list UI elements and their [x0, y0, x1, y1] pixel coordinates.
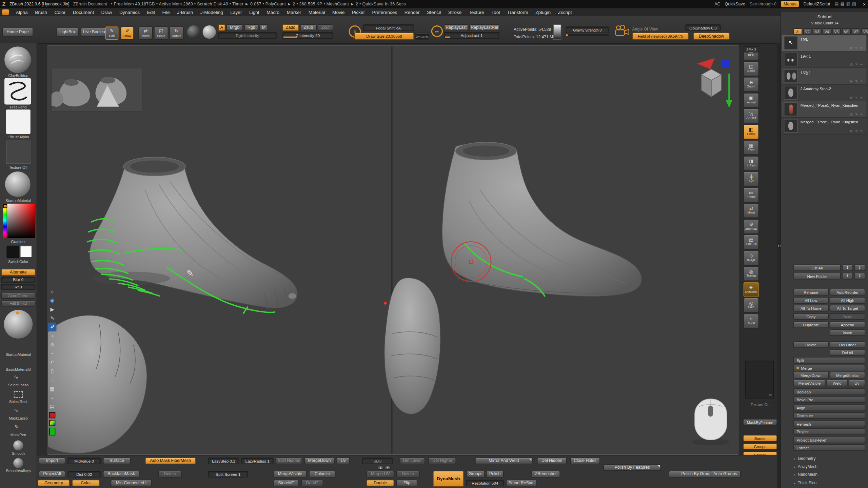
del-all-button[interactable]: Del All — [830, 349, 865, 356]
panel-divider[interactable] — [777, 43, 781, 488]
right-closeup-foot-mesh[interactable] — [384, 278, 441, 414]
left-foot-mesh[interactable] — [90, 157, 297, 309]
subtool-item-icons[interactable]: ◎ ✎ ∿ — [850, 79, 864, 82]
flip-button[interactable]: Flip — [396, 480, 417, 487]
groups-button-shelf[interactable]: Groups — [466, 471, 485, 477]
obj-shadow-slider[interactable]: ObjShadow 0.3 — [685, 24, 721, 31]
arraymesh-palette-label[interactable]: ArrayMesh — [794, 464, 817, 469]
menu-item[interactable]: Draw — [98, 9, 116, 15]
z-intensity-slider[interactable]: Z Intensity 20 — [282, 32, 333, 39]
canvas-tray-icon[interactable]: ▦ — [48, 385, 56, 393]
deep-shadow-button[interactable]: DeepShadow — [693, 33, 730, 40]
delete-button-shelf[interactable]: Delete — [158, 471, 182, 477]
project-all-button[interactable]: ProjectAll — [39, 471, 65, 477]
version-tab[interactable]: V8 — [861, 28, 868, 35]
gravity-strength-handle[interactable] — [566, 34, 568, 36]
lazyradius-slider[interactable]: LazyRadius 1 — [241, 458, 274, 464]
gravity-strength-slider[interactable]: Gravity Strength 0 — [566, 26, 609, 33]
duplicate-button[interactable]: Duplicate — [793, 322, 829, 328]
adjust-last-slider[interactable]: AdjustLast 1 — [444, 32, 499, 39]
field-of-view-slider[interactable]: Field of view(deg) 39.59775 — [632, 33, 689, 40]
dynamic-toggle[interactable]: Dynamic — [415, 33, 429, 40]
merge-visible-button-shelf[interactable]: MergeVisible — [274, 471, 307, 477]
canvas-tray-icon[interactable]: + — [48, 331, 56, 340]
right-shelf-button[interactable]: ⊕ Zoom3D — [744, 219, 759, 234]
menu-item[interactable]: Render — [401, 9, 423, 15]
sdiv-up-icon[interactable]: ▴ — [377, 466, 383, 470]
hue-strip[interactable] — [3, 204, 6, 238]
copy-button[interactable]: Copy — [793, 313, 829, 320]
mask-pen-icon[interactable]: ✎ — [14, 424, 19, 430]
replay-last-rel-button[interactable]: ReplayLastRel — [469, 24, 499, 31]
canvas-tray-icon[interactable]: ≡ — [48, 393, 56, 402]
main-color-swatch[interactable] — [7, 246, 19, 258]
see-through-slider[interactable]: See-through-0 — [750, 2, 776, 7]
right-shelf-button[interactable]: ◨ L.Sym — [744, 156, 759, 171]
subtool-list-item[interactable]: Merged_TPose1_Ryan_Kingslien ◎ ✎ ∿ — [782, 118, 866, 135]
scale-button[interactable]: ◰Scale — [154, 26, 168, 40]
version-tab[interactable]: V1 — [793, 28, 802, 35]
edit-button[interactable]: ✎Edit — [105, 26, 118, 40]
gravity-strength-track[interactable] — [566, 34, 609, 36]
brush-alpha-thumbnail[interactable] — [6, 109, 31, 134]
colorize-button[interactable]: Colorize — [309, 471, 335, 477]
canvas-tray-icon[interactable]: ⊘ — [48, 340, 56, 349]
all-high-button[interactable]: All High — [830, 297, 865, 304]
material-sphere-thumbnail[interactable] — [4, 310, 33, 339]
canvas-tray-icon[interactable]: ✎ — [48, 314, 56, 323]
current-material-sphere[interactable] — [187, 25, 200, 39]
right-shelf-button[interactable]: ◈ Dynamic — [744, 282, 759, 297]
canvas-tray-icon[interactable]: ◌ — [48, 376, 56, 385]
all-low-button[interactable]: All Low — [793, 297, 829, 304]
menu-item[interactable]: Dynamics — [116, 9, 143, 15]
menu-item[interactable]: J-Modeling — [197, 9, 226, 15]
canvas-tray-icon[interactable]: ☼ — [48, 287, 56, 296]
merge-down-button-shelf[interactable]: MergeDown — [304, 458, 334, 464]
right-shelf-button[interactable]: ⇄ Move — [744, 203, 759, 218]
zbrush-menu-icon[interactable] — [2, 9, 9, 15]
delete-button-shelf2[interactable]: Delete — [396, 471, 420, 477]
merge-section-header[interactable]: Merge — [793, 365, 865, 371]
subtool-list-item[interactable]: 19정1 ◎ ✎ ∿ — [782, 52, 866, 68]
left-closeup-foot-mesh[interactable] — [48, 315, 147, 453]
uv-button[interactable]: Uv — [848, 380, 865, 386]
subtool-thumbnail[interactable] — [784, 86, 798, 100]
right-shelf-button[interactable]: ▦ Floor — [744, 140, 759, 155]
menu-item[interactable]: Stencil — [423, 9, 445, 15]
zremesher-button[interactable]: ZRemesher — [531, 471, 560, 477]
freehand-stroke-thumbnail[interactable] — [4, 78, 31, 104]
sdiv-down-icon[interactable]: ▾ — [385, 466, 391, 470]
menu-item[interactable]: Zscript — [554, 9, 576, 15]
merge-similar-button[interactable]: MergeSimilar — [830, 372, 865, 379]
surface-button[interactable]: Surface — [103, 458, 131, 464]
focal-shift-slider[interactable]: Focal Shift -56 — [363, 24, 414, 31]
auto-mask-fibermesh-button[interactable]: Auto Mask FiberMesh — [145, 458, 196, 464]
ac-button[interactable]: AC — [714, 2, 720, 7]
zsub-toggle[interactable]: Zsub — [300, 24, 317, 31]
alpha-preview-thumbnail[interactable] — [553, 24, 561, 40]
clay-buildup-brush-thumbnail[interactable] — [4, 46, 31, 73]
menu-item[interactable]: Macro — [263, 9, 283, 15]
close-holes-button[interactable]: Close Holes — [570, 458, 600, 464]
insert-button[interactable]: Insert — [830, 329, 865, 336]
align-section-header[interactable]: Align — [793, 404, 865, 411]
right-shelf-button[interactable]: ◎ Solo — [744, 298, 759, 312]
menu-item[interactable]: Marker — [283, 9, 305, 15]
lazystep-slider[interactable]: LazyStep 0.1 — [208, 458, 239, 464]
canvas-tray-icon[interactable]: ▯ — [48, 367, 56, 375]
menu-item[interactable]: Color — [51, 9, 69, 15]
menu-item[interactable]: Layer — [226, 9, 245, 15]
subtool-thumbnail[interactable] — [784, 53, 798, 66]
auto-reorder-button[interactable]: AutoReorder — [830, 289, 865, 296]
color-button[interactable]: Color — [72, 480, 100, 487]
menu-item[interactable]: Picker — [348, 9, 369, 15]
menu-item[interactable]: Brush — [31, 9, 51, 15]
double-button[interactable]: Double — [367, 480, 394, 487]
delete-button[interactable]: Delete — [793, 341, 829, 348]
menu-item[interactable]: Edit — [143, 9, 159, 15]
rf-slider[interactable]: Rf 0 — [1, 284, 35, 290]
replay-last-button[interactable]: ReplayLast — [444, 24, 468, 31]
merge-down-button[interactable]: MergeDown — [793, 372, 829, 379]
version-tab[interactable]: V4 — [822, 28, 831, 35]
right-shelf-button[interactable]: ◧ Persp — [744, 124, 759, 139]
